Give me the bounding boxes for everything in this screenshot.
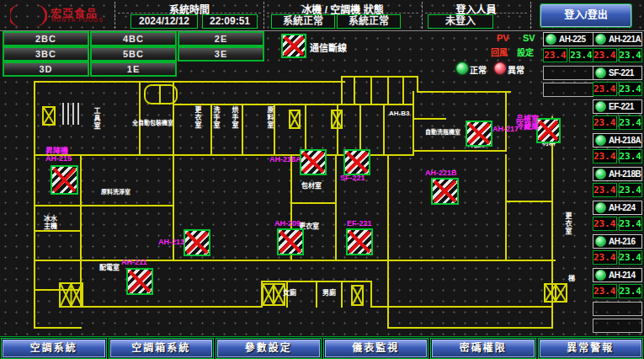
plan-wall-line <box>412 91 414 156</box>
plan-wall-line <box>34 205 82 206</box>
sv-label: SV <box>523 33 535 43</box>
equipment-marker-AH-218A[interactable] <box>300 149 327 175</box>
unit-pv-value: 23.4 <box>543 48 567 62</box>
unit-sv-value: 23.4 <box>569 48 593 62</box>
equipment-marker-AH-215[interactable] <box>51 165 78 195</box>
plan-wall-line <box>34 230 82 232</box>
comm-lost-icon <box>281 34 306 58</box>
chiller-status-value: 系統正常 <box>271 14 335 29</box>
divider <box>114 2 115 29</box>
bottom-menu-slot: 異常警報 <box>538 338 644 359</box>
equipment-marker-EF-221[interactable] <box>346 228 373 255</box>
floor-button-2bc[interactable]: 2BC <box>3 31 89 46</box>
stairs-icon <box>62 103 82 125</box>
plan-wall-line <box>359 104 361 156</box>
equipment-marker-label: AH-221B <box>425 169 457 177</box>
equipment-marker-label: AH-209 <box>274 220 301 228</box>
plan-wall-line <box>341 281 343 308</box>
stairs-x-icon <box>331 110 343 129</box>
unit-tile-AH-225[interactable]: AH-225 <box>543 32 593 46</box>
equipment-marker-AH-209[interactable] <box>277 228 304 255</box>
plan-wall-line <box>387 154 389 261</box>
room-label: 冰水 主機 <box>44 215 61 230</box>
stairs-x-icon <box>262 283 285 306</box>
room-label: 女廁 <box>283 289 296 297</box>
room-label: 男廁 <box>322 289 336 297</box>
plan-wall-line <box>370 281 372 308</box>
equipment-marker-label: AH-213 <box>158 238 184 246</box>
equipment-marker-AH-213[interactable] <box>184 229 210 256</box>
unit-name: AH-221A <box>609 35 641 44</box>
plan-wall-line <box>505 154 507 261</box>
plan-wall-line <box>387 327 553 329</box>
room-label: 原料洗淨室 <box>101 188 130 196</box>
plan-wall-line <box>80 306 263 308</box>
plan-wall-line <box>341 76 343 105</box>
equipment-marker-AH-211[interactable] <box>126 268 153 295</box>
equipment-marker-label: AH-218A <box>269 156 301 163</box>
plan-wall-line <box>173 104 414 105</box>
unit-sv-value: 23.4 <box>619 48 643 62</box>
bottom-menu-bar: 空調系統空調箱系統參數設定儀表監視密碼權限異常警報 <box>0 336 644 359</box>
plan-wall-line <box>412 118 446 120</box>
divider <box>530 2 531 29</box>
system-date-value: 2024/12/12 <box>130 14 198 29</box>
floor-select-group: 2BC4BC2E3BC5BC3E3D1E <box>0 31 265 78</box>
unit-tile-AH-221A[interactable]: AH-221A <box>593 32 642 46</box>
room-label: 更衣室 <box>194 106 201 129</box>
equipment-marker-SF-221[interactable] <box>343 149 370 175</box>
unit-led-icon <box>546 34 556 45</box>
divider <box>263 2 264 29</box>
bottom-menu-slot: 參數設定 <box>216 338 322 359</box>
plan-wall-line <box>387 78 389 104</box>
room-label: AH-B3 <box>389 110 409 117</box>
bottom-menu-slot: 空調系統 <box>1 338 107 359</box>
plan-wall-line <box>34 81 345 83</box>
top-bar: 宏亞食品 HUNYA FOODS 系統時間 2024/12/12 22:09:5… <box>0 0 644 31</box>
unit-name: AH-225 <box>559 35 585 44</box>
floor-button-3bc[interactable]: 3BC <box>3 46 89 62</box>
bottom-menu-slot: 空調箱系統 <box>109 338 215 359</box>
floor-button-2e[interactable]: 2E <box>178 31 264 46</box>
stairs-x-icon <box>59 282 83 308</box>
plan-wall-line <box>290 202 337 204</box>
comm-lost-label: 通信斷線 <box>310 40 347 54</box>
unit-values-AH-221A: 23.423.4 <box>593 48 642 62</box>
menu-button-空調箱系統[interactable]: 空調箱系統 <box>110 340 213 357</box>
plan-wall-line <box>335 154 337 261</box>
bottom-menu-slot: 儀表監視 <box>323 338 429 359</box>
equipment-marker-AH-217[interactable] <box>466 121 492 147</box>
plan-wall-line <box>412 150 507 152</box>
menu-button-空調系統[interactable]: 空調系統 <box>3 340 105 357</box>
unit-led-icon <box>595 34 606 45</box>
login-logout-button[interactable]: 登入/登出 <box>540 4 631 27</box>
equipment-marker-AH-221B[interactable] <box>431 178 459 205</box>
menu-button-儀表監視[interactable]: 儀表監視 <box>325 340 428 357</box>
menu-button-異常警報[interactable]: 異常警報 <box>540 340 642 357</box>
room-label: 工具室 <box>93 107 100 130</box>
plan-wall-line <box>505 201 553 202</box>
equipment-marker-冷藏庫[interactable] <box>536 118 561 143</box>
plan-wall-line <box>383 104 385 156</box>
equipment-marker-label: EF-221 <box>347 220 372 228</box>
menu-button-密碼權限[interactable]: 密碼權限 <box>432 340 535 357</box>
plan-wall-line <box>505 91 507 152</box>
menu-button-參數設定[interactable]: 參數設定 <box>217 340 320 357</box>
room-label: 原料室 <box>266 106 274 129</box>
room-label: 烘手室 <box>231 106 238 129</box>
stairs-x-icon <box>544 283 567 303</box>
floor-button-5bc[interactable]: 5BC <box>90 46 177 62</box>
plan-wall-line <box>316 281 317 308</box>
plan-wall-line <box>387 260 389 329</box>
room-label: 自動洗瓶機室 <box>425 128 460 136</box>
plan-wall-line <box>341 76 418 78</box>
floor-button-3e[interactable]: 3E <box>178 46 264 62</box>
setpoint-label: 設定 <box>517 46 534 58</box>
room-label: 配電室 <box>99 264 120 271</box>
floor-button-4bc[interactable]: 4BC <box>90 31 177 46</box>
company-name-en: HUNYA FOODS <box>51 17 104 23</box>
hvac-scada-page: 宏亞食品 HUNYA FOODS 系統時間 2024/12/12 22:09:5… <box>0 0 644 359</box>
stairs-x-icon <box>289 110 301 129</box>
stairs-x-icon <box>351 285 364 306</box>
equipment-marker-label: 昇降機AH-215 <box>45 147 72 163</box>
